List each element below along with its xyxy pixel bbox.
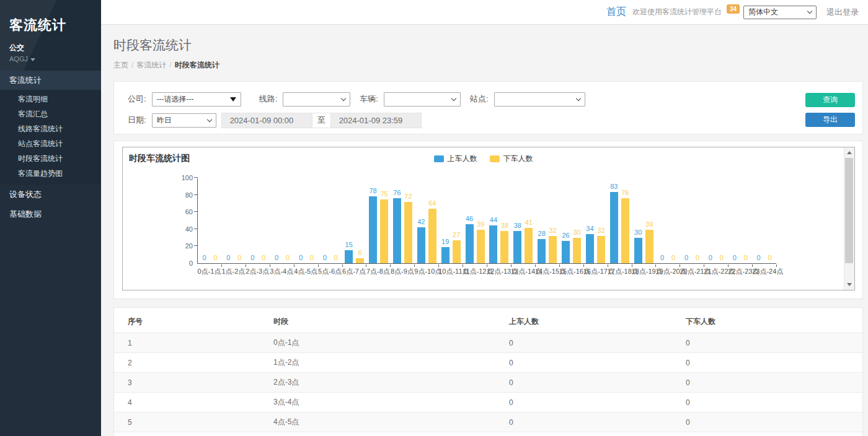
sidebar-item-passenger-stats[interactable]: 客流统计: [0, 71, 101, 90]
table-cell: 0: [672, 333, 862, 353]
bar-value-label: 0: [744, 254, 748, 261]
chart-x-axis-labels: 0点-1点1点-2点2点-3点3点-4点4点-5点5点-6点6点-7点7点-8点…: [197, 264, 776, 276]
bar-value-label: 0: [262, 254, 265, 261]
chart-category-group: 156: [342, 178, 366, 263]
bar-value-label: 32: [597, 227, 604, 234]
bar-value-label: 0: [237, 254, 241, 261]
bar-slot: 0: [730, 178, 738, 263]
x-axis-tick-label: 11点-12点: [463, 264, 487, 276]
x-axis-tick: [342, 264, 343, 267]
logout-link[interactable]: 退出登录: [826, 7, 859, 18]
chart-category-group: 1927: [439, 178, 463, 263]
sidebar-item-device-status[interactable]: 设备状态: [0, 185, 101, 204]
x-axis-tick: [728, 264, 728, 267]
vehicle-select[interactable]: [384, 92, 461, 107]
chart-category-group: 00: [222, 178, 246, 263]
sidebar-item-base-data[interactable]: 基础数据: [0, 204, 101, 224]
bar-value-label: 0: [757, 254, 761, 261]
bar-value-label: 0: [226, 254, 230, 261]
bar-slot: 34: [586, 178, 594, 263]
scrollbar-up-arrow[interactable]: [844, 148, 854, 157]
x-axis-tick-label: 13点-14点: [511, 264, 535, 276]
table-cell: 0: [495, 353, 672, 373]
sidebar-item-trend-chart[interactable]: 客流量趋势图: [0, 166, 101, 181]
org-name: 公交: [9, 43, 101, 53]
chart-vertical-scrollbar[interactable]: [844, 147, 854, 290]
table-cell: 0: [672, 393, 862, 412]
bar: [621, 198, 629, 263]
x-axis-tick-label: 0点-1点: [197, 264, 221, 276]
bar-slot: 32: [549, 178, 557, 263]
bar: [549, 236, 557, 263]
scrollbar-down-arrow[interactable]: [844, 280, 854, 289]
chart-category-group: 00: [198, 178, 222, 263]
chart-category-group: 7672: [391, 178, 415, 263]
sidebar-item-flow-detail[interactable]: 客流明细: [0, 92, 101, 107]
bar-slot: 32: [597, 178, 605, 263]
bar: [441, 247, 450, 263]
x-axis-tick-label: 5点-6点: [318, 264, 342, 276]
caret-down-icon: [30, 58, 35, 61]
chevron-down-icon: [575, 95, 580, 100]
scrollbar-thumb[interactable]: [845, 158, 853, 263]
legend-item-alighting[interactable]: 下车人数: [490, 154, 533, 164]
table-cell: 1点-2点: [260, 353, 495, 373]
line-select[interactable]: [283, 92, 350, 107]
station-label: 站点:: [470, 94, 489, 105]
export-button[interactable]: 导出: [805, 113, 855, 127]
bar-value-label: 0: [202, 254, 206, 261]
chevron-down-icon: [341, 95, 346, 100]
bar-slot: 15: [345, 178, 353, 263]
x-axis-tick-label: 14点-15点: [535, 264, 559, 276]
page-title: 时段客流统计: [113, 37, 868, 54]
line-label: 线路:: [259, 94, 278, 105]
bar-slot: 0: [717, 178, 725, 263]
bar-slot: 0: [236, 178, 244, 263]
bar-slot: 64: [428, 178, 436, 263]
table-cell: 0: [495, 373, 672, 393]
chart-category-group: 4639: [463, 178, 487, 263]
sidebar-item-period-stats[interactable]: 时段客流统计: [0, 151, 101, 166]
bar-slot: 0: [224, 178, 232, 263]
chart-category-group: 7875: [366, 178, 391, 263]
date-to-input[interactable]: 2024-01-09 23:59: [330, 113, 422, 128]
bar-slot: 0: [200, 178, 208, 263]
legend-item-boarding[interactable]: 上车人数: [434, 154, 477, 164]
x-axis-tick-label: 1点-2点: [221, 264, 246, 276]
org-code-dropdown[interactable]: AQGJ: [9, 55, 101, 63]
bar-value-label: 26: [562, 232, 569, 239]
query-button[interactable]: 查询: [805, 93, 855, 107]
x-axis-tick: [776, 264, 777, 267]
company-label: 公司:: [128, 94, 146, 105]
table-cell: 5点-6点: [260, 432, 495, 436]
table-row: 65点-6点00: [114, 432, 862, 436]
station-select[interactable]: [494, 92, 585, 107]
table-cell: 0: [672, 373, 862, 393]
x-axis-tick: [390, 264, 391, 267]
date-preset-select[interactable]: 昨日: [152, 113, 216, 128]
bar: [466, 224, 474, 263]
filter-row-1: 公司: ---请选择--- 线路: 车辆: 站点:: [128, 92, 862, 107]
bar-value-label: 0: [334, 254, 338, 261]
sidebar-item-flow-summary[interactable]: 客流汇总: [0, 107, 101, 121]
home-link[interactable]: 首页: [606, 6, 626, 19]
bar-slot: 0: [211, 178, 219, 263]
bar-value-label: 0: [768, 254, 772, 261]
bar-slot: 0: [670, 178, 678, 263]
breadcrumb-passenger-stats[interactable]: 客流统计: [136, 61, 166, 69]
bar-value-label: 0: [720, 254, 724, 261]
sidebar-item-station-stats[interactable]: 站点客流统计: [0, 136, 101, 151]
language-select[interactable]: 简体中文: [743, 6, 817, 19]
company-select[interactable]: ---请选择---: [152, 92, 241, 107]
breadcrumb-home[interactable]: 主页: [113, 61, 128, 69]
x-axis-tick: [294, 264, 294, 267]
bar: [489, 225, 497, 263]
y-axis-tick-label: 0: [173, 259, 193, 267]
top-header: 首页 欢迎使用客流统计管理平台 34 简体中文 退出登录: [101, 0, 868, 25]
bar: [369, 196, 377, 263]
date-from-input[interactable]: 2024-01-09 00:00: [221, 113, 312, 128]
breadcrumb-separator: /: [128, 61, 136, 69]
sidebar-item-line-stats[interactable]: 线路客流统计: [0, 121, 101, 136]
bar: [345, 250, 353, 263]
col-header-alighting: 下车人数: [672, 311, 862, 333]
